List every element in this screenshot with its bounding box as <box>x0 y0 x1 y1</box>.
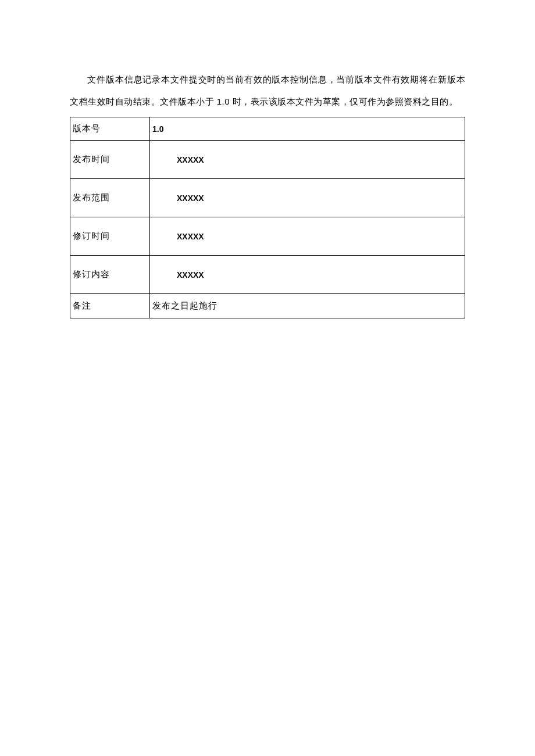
row-value: 1.0 <box>150 117 465 141</box>
table-row: 发布时间 XXXXX <box>70 141 465 179</box>
row-label: 版本号 <box>70 117 150 141</box>
row-label: 发布范围 <box>70 179 150 217</box>
row-label: 备注 <box>70 294 150 318</box>
row-label: 发布时间 <box>70 141 150 179</box>
row-value: XXXXX <box>150 141 465 179</box>
row-value: 发布之日起施行 <box>150 294 465 318</box>
table-row: 修订时间 XXXXX <box>70 217 465 256</box>
row-value: XXXXX <box>150 179 465 217</box>
intro-text: 文件版本信息记录本文件提交时的当前有效的版本控制信息，当前版本文件有效期将在新版… <box>70 74 465 106</box>
table-row: 备注 发布之日起施行 <box>70 294 465 318</box>
version-info-table: 版本号 1.0 发布时间 XXXXX 发布范围 XXXXX 修订时间 XXXXX… <box>70 117 465 318</box>
row-label: 修订时间 <box>70 217 150 256</box>
row-value: XXXXX <box>150 217 465 256</box>
intro-paragraph: 文件版本信息记录本文件提交时的当前有效的版本控制信息，当前版本文件有效期将在新版… <box>70 69 465 112</box>
document-content: 文件版本信息记录本文件提交时的当前有效的版本控制信息，当前版本文件有效期将在新版… <box>0 69 535 318</box>
row-label: 修订内容 <box>70 256 150 294</box>
table-row: 发布范围 XXXXX <box>70 179 465 217</box>
table-row: 版本号 1.0 <box>70 117 465 141</box>
row-value: XXXXX <box>150 256 465 294</box>
table-row: 修订内容 XXXXX <box>70 256 465 294</box>
